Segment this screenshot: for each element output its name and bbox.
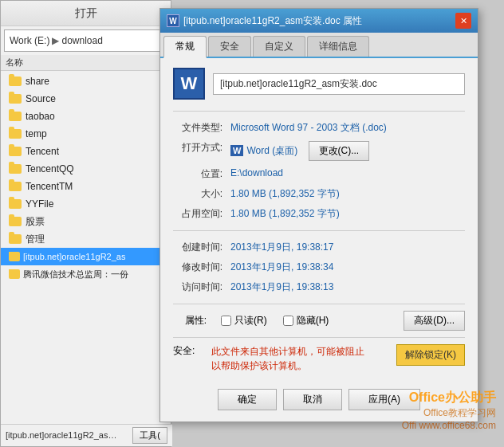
folder-icon bbox=[9, 164, 22, 174]
security-message: 此文件来自其他计算机，可能被阻止以帮助保护该计算机。 bbox=[211, 344, 390, 373]
list-item[interactable]: share bbox=[1, 73, 171, 90]
prop-label: 打开方式: bbox=[173, 138, 229, 164]
hidden-checkbox[interactable] bbox=[283, 316, 293, 326]
prop-label: 位置: bbox=[173, 164, 229, 184]
prop-value: 1.80 MB (1,892,352 字节) bbox=[229, 204, 465, 224]
explorer-title: 打开 bbox=[1, 1, 171, 26]
tab-general[interactable]: 常规 bbox=[163, 36, 207, 58]
prop-value: 2013年1月9日, 19:38:17 bbox=[229, 237, 465, 257]
properties-dialog: W [itpub.net]oracle11gR2_asm安装.doc 属性 ✕ … bbox=[159, 8, 478, 422]
list-item[interactable]: taobao bbox=[1, 108, 171, 125]
attributes-row: 属性: 只读(R) 隐藏(H) 高级(D)... bbox=[173, 311, 465, 331]
prop-value: Microsoft Word 97 - 2003 文档 (.doc) bbox=[229, 118, 465, 138]
prop-row-accessed: 访问时间: 2013年1月9日, 19:38:13 bbox=[173, 277, 465, 297]
prop-row-created: 创建时间: 2013年1月9日, 19:38:17 bbox=[173, 237, 465, 257]
separator bbox=[173, 111, 465, 112]
prop-value: W Word (桌面) 更改(C)... bbox=[229, 138, 465, 164]
prop-value: E:\download bbox=[229, 164, 465, 184]
prop-label: 占用空间: bbox=[173, 204, 229, 224]
unlock-button[interactable]: 解除锁定(K) bbox=[396, 344, 465, 366]
hidden-label: 隐藏(H) bbox=[297, 314, 329, 327]
folder-icon bbox=[9, 129, 22, 139]
folder-icon bbox=[9, 94, 22, 104]
list-item[interactable]: 腾讯微信技术总监周：一份 bbox=[1, 265, 171, 283]
prop-label: 文件类型: bbox=[173, 118, 229, 138]
list-item[interactable]: Source bbox=[1, 90, 171, 108]
security-text-container: 此文件来自其他计算机，可能被阻止以帮助保护该计算机。 bbox=[211, 344, 390, 373]
time-table: 创建时间: 2013年1月9日, 19:38:17 修改时间: 2013年1月9… bbox=[173, 237, 465, 297]
list-item[interactable]: YYFile bbox=[1, 195, 171, 213]
list-item[interactable]: 管理 bbox=[1, 230, 171, 248]
word-icon: W bbox=[173, 68, 205, 100]
cancel-button[interactable]: 取消 bbox=[283, 389, 342, 410]
dialog-titlebar: W [itpub.net]oracle11gR2_asm安装.doc 属性 ✕ bbox=[160, 9, 478, 33]
column-header: 名称 bbox=[1, 55, 171, 71]
prop-label: 创建时间: bbox=[173, 237, 229, 257]
prop-label: 大小: bbox=[173, 184, 229, 204]
apply-button[interactable]: 应用(A) bbox=[348, 389, 420, 410]
dialog-body: W [itpub.net]oracle11gR2_asm安装.doc 文件类型:… bbox=[160, 58, 478, 382]
list-item-selected[interactable]: [itpub.net]oracle11gR2_as bbox=[1, 248, 171, 265]
tab-security[interactable]: 安全 bbox=[208, 36, 251, 57]
folder-icon bbox=[9, 234, 22, 244]
prop-row-openmethod: 打开方式: W Word (桌面) 更改(C)... bbox=[173, 138, 465, 164]
folder-icon bbox=[9, 147, 22, 156]
separator bbox=[173, 304, 465, 304]
readonly-checkbox-container[interactable]: 只读(R) bbox=[221, 314, 267, 327]
file-list: share Source taobao temp Tencent Tencent… bbox=[1, 71, 171, 284]
attr-label: 属性: bbox=[173, 314, 213, 327]
prop-row-filetype: 文件类型: Microsoft Word 97 - 2003 文档 (.doc) bbox=[173, 118, 465, 138]
folder-icon bbox=[9, 182, 22, 191]
folder-icon bbox=[9, 199, 22, 209]
explorer-status-bar: [itpub.net]oracle11gR2_asm安装.doc 工具( bbox=[1, 424, 172, 446]
list-item[interactable]: TencentQQ bbox=[1, 160, 171, 178]
prop-row-modified: 修改时间: 2013年1月9日, 19:38:34 bbox=[173, 257, 465, 277]
word-title-icon: W bbox=[167, 14, 179, 27]
prop-row-location: 位置: E:\download bbox=[173, 164, 465, 184]
dialog-title: W [itpub.net]oracle11gR2_asm安装.doc 属性 bbox=[167, 14, 362, 28]
file-header: W [itpub.net]oracle11gR2_asm安装.doc bbox=[173, 68, 465, 100]
readonly-checkbox[interactable] bbox=[221, 316, 231, 326]
list-item[interactable]: TencentTM bbox=[1, 178, 171, 195]
file-explorer: 打开 Work (E:) ▶ download 名称 share Source … bbox=[0, 0, 171, 447]
change-button[interactable]: 更改(C)... bbox=[309, 141, 370, 161]
readonly-label: 只读(R) bbox=[234, 314, 267, 327]
tab-bar: 常规 安全 自定义 详细信息 bbox=[160, 33, 478, 58]
properties-table: 文件类型: Microsoft Word 97 - 2003 文档 (.doc)… bbox=[173, 118, 465, 224]
doc-icon bbox=[9, 252, 20, 261]
doc-icon bbox=[9, 269, 20, 279]
prop-value: 2013年1月9日, 19:38:13 bbox=[229, 277, 465, 297]
filename-display: [itpub.net]oracle11gR2_asm安装.doc bbox=[213, 73, 465, 95]
prop-label: 访问时间: bbox=[173, 277, 229, 297]
prop-row-disksize: 占用空间: 1.80 MB (1,892,352 字节) bbox=[173, 204, 465, 224]
list-item[interactable]: temp bbox=[1, 125, 171, 143]
tab-details[interactable]: 详细信息 bbox=[307, 36, 369, 57]
list-item[interactable]: 股票 bbox=[1, 213, 171, 230]
close-button[interactable]: ✕ bbox=[455, 13, 471, 29]
path-arrow: ▶ bbox=[52, 35, 59, 46]
list-item[interactable]: Tencent bbox=[1, 143, 171, 160]
hidden-checkbox-container[interactable]: 隐藏(H) bbox=[283, 314, 329, 327]
separator bbox=[173, 230, 465, 231]
prop-value: 1.80 MB (1,892,352 字节) bbox=[229, 184, 465, 204]
path-bar[interactable]: Work (E:) ▶ download bbox=[4, 29, 167, 52]
separator bbox=[173, 337, 465, 338]
folder-icon bbox=[9, 217, 22, 226]
security-row: 安全: 此文件来自其他计算机，可能被阻止以帮助保护该计算机。 解除锁定(K) bbox=[173, 344, 465, 373]
prop-row-size: 大小: 1.80 MB (1,892,352 字节) bbox=[173, 184, 465, 204]
folder-icon bbox=[9, 112, 22, 121]
prop-value: 2013年1月9日, 19:38:34 bbox=[229, 257, 465, 277]
prop-label: 修改时间: bbox=[173, 257, 229, 277]
advanced-button[interactable]: 高级(D)... bbox=[404, 311, 465, 331]
security-label: 安全: bbox=[173, 344, 205, 358]
ok-button[interactable]: 确定 bbox=[218, 389, 277, 410]
folder-icon bbox=[9, 76, 22, 86]
dialog-footer: 确定 取消 应用(A) bbox=[160, 382, 478, 422]
tab-custom[interactable]: 自定义 bbox=[253, 36, 305, 57]
tools-button[interactable]: 工具( bbox=[132, 427, 167, 444]
